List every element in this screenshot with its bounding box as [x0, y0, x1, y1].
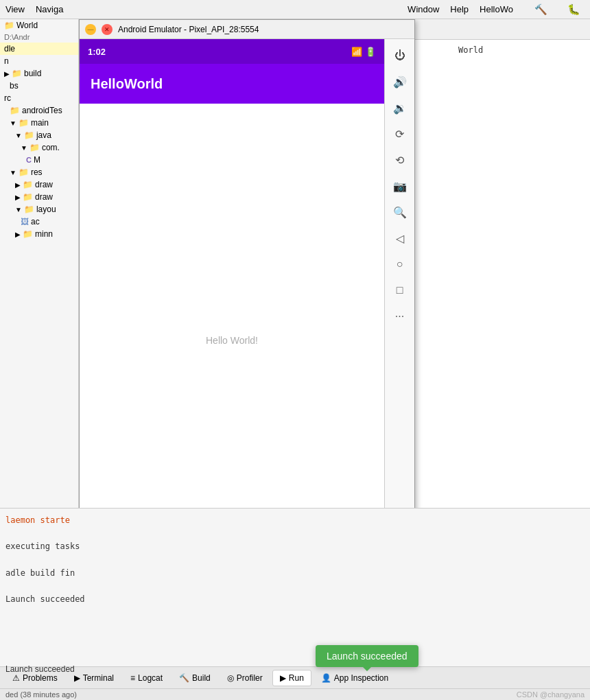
inspection-icon: 👤 — [321, 673, 331, 683]
expand-icon-draw1: ▶ — [15, 181, 21, 189]
console-line-blank2 — [5, 554, 585, 567]
rotate-button[interactable]: ⟳ — [389, 123, 411, 145]
menu-bar: View Naviga Window Help HelloWo 🔨 🐛 — [0, 0, 590, 19]
menu-helloworld[interactable]: HelloWo — [480, 4, 513, 14]
console-output: laemon starte executing tasks adle build… — [0, 509, 590, 666]
main-folder-icon: 📁 — [19, 118, 29, 128]
square-button[interactable]: □ — [389, 279, 411, 301]
com-folder-icon: 📁 — [30, 143, 40, 152]
ac-file-icon: 🖼 — [21, 217, 29, 226]
launch-status-text: Launch succeeded — [5, 664, 75, 674]
sidebar-item-com[interactable]: ▼ 📁 com. — [0, 141, 78, 154]
emulator-title-bar: — ✕ Android Emulator - Pixel_API_28:5554 — [80, 20, 414, 39]
minimize-button[interactable]: — — [85, 24, 96, 35]
hello-world-text: Hello World! — [206, 335, 258, 346]
run-icon: ▶ — [280, 673, 286, 683]
minn-folder-icon: 📁 — [23, 229, 33, 239]
profiler-icon: ◎ — [227, 673, 234, 683]
back-button[interactable]: ◁ — [389, 227, 411, 249]
expand-icon-com: ▼ — [21, 144, 27, 152]
console-line-gradle: adle build fin — [5, 567, 585, 580]
status-time-ago: ded (38 minutes ago) — [5, 690, 77, 699]
device-status-bar: 1:02 📶 🔋 — [80, 39, 384, 64]
launch-tooltip: Launch succeeded — [316, 645, 418, 667]
emulator-device: 1:02 📶 🔋 HelloWorld Hello World! — [80, 39, 414, 508]
project-sidebar: 📁 World D:\Andr dle n ▶ 📁 build bs rc — [0, 19, 79, 508]
console-line-blank3 — [5, 580, 585, 593]
screenshot-button[interactable]: 📷 — [389, 175, 411, 197]
app-title: HelloWorld — [91, 76, 163, 92]
menu-window[interactable]: Window — [408, 4, 439, 14]
menu-help[interactable]: Help — [450, 4, 469, 14]
build-folder-icon: 📁 — [12, 69, 22, 78]
expand-icon-res: ▼ — [10, 169, 16, 176]
draw2-folder-icon: 📁 — [23, 192, 33, 202]
sidebar-item-main[interactable]: ▼ 📁 main — [0, 117, 78, 129]
sidebar-item-java[interactable]: ▼ 📁 java — [0, 129, 78, 141]
folder-icon: 📁 — [4, 21, 14, 30]
volume-down-button[interactable]: 🔉 — [389, 97, 411, 119]
sidebar-item-layout[interactable]: ▼ 📁 layou — [0, 203, 78, 215]
sidebar-item-world[interactable]: 📁 World — [0, 19, 78, 32]
layout-folder-icon: 📁 — [24, 205, 34, 214]
sidebar-item-path[interactable]: D:\Andr — [0, 32, 78, 43]
sidebar-item-res[interactable]: ▼ 📁 res — [0, 166, 78, 178]
tab-build[interactable]: 🔨 Build — [172, 670, 217, 686]
menu-view[interactable]: View — [5, 4, 25, 14]
sidebar-item-androidtest[interactable]: 📁 androidTes — [0, 104, 78, 117]
volume-up-button[interactable]: 🔊 — [389, 71, 411, 93]
androidtest-icon: 📁 — [10, 106, 20, 115]
tab-app-inspection[interactable]: 👤 App Inspection — [314, 670, 395, 686]
bottom-tab-bar: ⚠ Problems ▶ Terminal ≡ Logcat 🔨 Build ◎… — [0, 666, 590, 688]
emulator-side-toolbar: ⏻ 🔊 🔉 ⟳ ⟲ 📷 🔍 ◁ ○ □ ··· — [384, 39, 414, 508]
content-area: 📁 World D:\Andr dle n ▶ 📁 build bs rc — [0, 19, 590, 508]
sidebar-item-dle[interactable]: dle — [0, 43, 78, 55]
expand-icon-layout: ▼ — [15, 206, 22, 213]
debug-icon[interactable]: 🐛 — [563, 0, 585, 19]
sidebar-item-minn[interactable]: ▶ 📁 minn — [0, 228, 78, 240]
watermark: CSDN @changyana — [517, 690, 585, 699]
bottom-area: laemon starte executing tasks adle build… — [0, 508, 590, 700]
tab-run[interactable]: ▶ Run — [272, 670, 311, 686]
menu-navigate[interactable]: Naviga — [36, 4, 63, 14]
kotlin-file-icon: C — [26, 156, 32, 164]
close-button[interactable]: ✕ — [102, 24, 113, 35]
build-icon[interactable]: 🔨 — [530, 0, 552, 19]
right-console-panel: World — [453, 40, 590, 508]
circle-button[interactable]: ○ — [389, 253, 411, 275]
problems-icon: ⚠ — [12, 673, 20, 683]
java-folder-icon: 📁 — [24, 130, 34, 140]
power-button[interactable]: ⏻ — [389, 45, 411, 67]
zoom-button[interactable]: 🔍 — [389, 201, 411, 223]
sidebar-item-bs[interactable]: bs — [0, 80, 78, 92]
device-time: 1:02 — [88, 47, 106, 57]
sidebar-item-draw1[interactable]: ▶ 📁 draw — [0, 178, 78, 191]
sidebar-item-draw2[interactable]: ▶ 📁 draw — [0, 191, 78, 203]
sidebar-item-build[interactable]: ▶ 📁 build — [0, 67, 78, 80]
tab-profiler[interactable]: ◎ Profiler — [220, 670, 270, 686]
more-button[interactable]: ··· — [389, 305, 411, 327]
main-area: n.xml ✕ C c MainAct l version="1.0" roid… — [79, 19, 590, 508]
build-tab-icon: 🔨 — [179, 673, 189, 683]
bottom-status-bar: ded (38 minutes ago) — [0, 688, 590, 700]
terminal-icon: ▶ — [74, 673, 80, 683]
rotate-left-button[interactable]: ⟲ — [389, 149, 411, 171]
device-screen: 1:02 📶 🔋 HelloWorld Hello World! — [80, 39, 384, 508]
tab-terminal[interactable]: ▶ Terminal — [67, 670, 121, 686]
right-console-text: World — [458, 45, 585, 55]
sidebar-item-n[interactable]: n — [0, 55, 78, 67]
expand-icon-java: ▼ — [15, 132, 22, 139]
sidebar-item-ac[interactable]: 🖼 ac — [0, 215, 78, 228]
expand-icon-main: ▼ — [10, 119, 16, 127]
tab-logcat[interactable]: ≡ Logcat — [123, 670, 169, 686]
res-folder-icon: 📁 — [19, 167, 29, 177]
sidebar-item-rc[interactable]: rc — [0, 92, 78, 104]
device-app-bar: HelloWorld — [80, 64, 384, 104]
emulator-window: — ✕ Android Emulator - Pixel_API_28:5554… — [79, 19, 415, 508]
console-line-daemon: laemon starte — [5, 514, 585, 527]
console-line-launch: Launch succeeded — [5, 593, 585, 606]
sidebar-item-mainactivity[interactable]: C M — [0, 154, 78, 166]
expand-icon-draw2: ▶ — [15, 194, 21, 201]
device-content: Hello World! — [80, 104, 384, 508]
root: View Naviga Window Help HelloWo 🔨 🐛 📁 Wo… — [0, 0, 590, 700]
